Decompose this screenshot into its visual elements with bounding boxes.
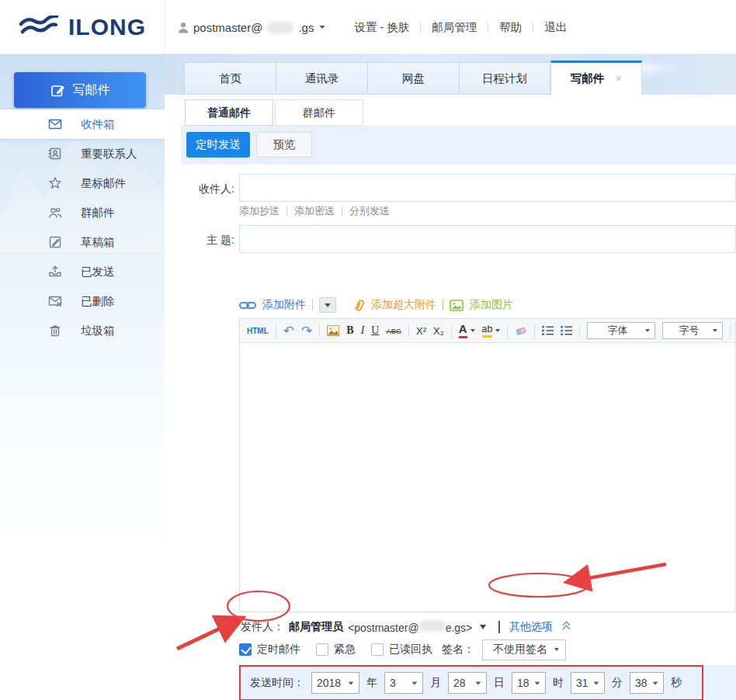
tab-compose-active[interactable]: 写邮件× [550, 61, 642, 95]
bullet-list-button[interactable] [561, 325, 572, 336]
chevron-down-icon [535, 681, 540, 684]
cc-links-row: 添加抄送 添加密送 分别发送 [239, 203, 390, 219]
divider [312, 300, 313, 310]
tab-schedule[interactable]: 日程计划 [459, 62, 550, 95]
close-icon[interactable]: × [615, 71, 622, 85]
read-receipt-checkbox[interactable] [371, 643, 384, 656]
sidebar-item-label: 重要联系人 [81, 147, 137, 161]
signature-label: 签名： [442, 643, 474, 657]
tab-home[interactable]: 首页 [184, 62, 276, 95]
add-large-attachment-link[interactable]: 添加超大附件 [371, 298, 436, 312]
font-size-select[interactable]: 字号 [662, 322, 723, 339]
redo-button[interactable]: ↷ [301, 324, 312, 338]
font-color-button[interactable]: A [459, 323, 475, 338]
day-value: 28 [453, 677, 466, 689]
menu-item-postoffice-admin[interactable]: 邮局管理 [421, 20, 488, 35]
html-source-button[interactable]: HTML [247, 327, 269, 335]
tab-netdisk[interactable]: 网盘 [367, 62, 459, 95]
add-cc-link[interactable]: 添加抄送 [239, 204, 279, 218]
chevron-down-icon [713, 329, 717, 332]
divider [276, 324, 276, 338]
month-unit: 月 [430, 676, 441, 690]
hour-select[interactable]: 18 [512, 672, 546, 694]
sidebar-item-group-mail[interactable]: 群邮件 [0, 198, 165, 227]
tab-label: 网盘 [402, 72, 425, 85]
recipient-input[interactable] [239, 174, 736, 202]
month-value: 3 [390, 677, 396, 689]
tab-contacts[interactable]: 通讯录 [276, 62, 367, 95]
insert-picture-button[interactable] [327, 325, 339, 336]
sidebar-item-starred-mail[interactable]: 星标邮件 [0, 168, 165, 198]
compose-mail-button[interactable]: 写邮件 [14, 72, 146, 108]
menu-item-settings-skin[interactable]: 设置 - 换肤 [343, 20, 420, 35]
add-bcc-link[interactable]: 添加密送 [294, 204, 335, 218]
superscript-button[interactable]: X² [416, 325, 426, 337]
schedule-send-button[interactable]: 定时发送 [186, 132, 250, 158]
contact-card-icon [48, 147, 62, 161]
remove-format-button[interactable] [515, 326, 527, 336]
sidebar-item-deleted[interactable]: 已删除 [0, 286, 165, 316]
underline-button[interactable]: U [371, 324, 379, 337]
year-unit: 年 [366, 676, 377, 690]
chevron-down-icon [476, 681, 481, 684]
send-separately-link[interactable]: 分别发送 [349, 204, 390, 218]
menu-item-logout[interactable]: 退出 [533, 20, 578, 35]
sent-tray-icon [48, 265, 62, 279]
subscript-button[interactable]: X₂ [433, 325, 444, 337]
timed-mail-label: 定时邮件 [257, 643, 300, 657]
add-attachment-link[interactable]: 添加附件 [262, 298, 306, 312]
year-select[interactable]: 2018 [311, 672, 359, 694]
bold-button[interactable]: B [346, 324, 353, 337]
italic-button[interactable]: I [361, 324, 365, 337]
ordered-list-button[interactable] [542, 325, 554, 336]
main-content: 首页 通讯录 网盘 日程计划 写邮件× 普通邮件 群邮件 定时发送 预览 收件人… [165, 54, 736, 700]
font-family-value: 字体 [592, 324, 642, 338]
divider [408, 324, 409, 338]
collapse-chevrons-icon[interactable] [562, 622, 571, 632]
sidebar-item-trash[interactable]: 垃圾箱 [0, 316, 165, 345]
wave-logo-icon [19, 16, 59, 39]
editor-toolbar: HTML ↶ ↷ B I U ABC X² X₂ [239, 318, 736, 343]
menu-item-help[interactable]: 帮助 [488, 20, 533, 35]
user-account-dropdown[interactable]: postmaster@.gs [178, 21, 326, 34]
sidebar-item-drafts[interactable]: 草稿箱 [0, 227, 165, 257]
other-options-link[interactable]: 其他选项 [509, 620, 553, 634]
eraser-icon [515, 326, 527, 336]
strikethrough-button[interactable]: ABC [386, 327, 401, 335]
webmail-app: ILONG postmaster@.gs 设置 - 换肤 邮局管理 帮助 退出 [0, 0, 736, 700]
subtab-normal-mail[interactable]: 普通邮件 [185, 99, 273, 126]
font-family-select[interactable]: 字体 [587, 322, 655, 339]
draft-pen-icon [48, 235, 62, 249]
sidebar-item-sent[interactable]: 已发送 [0, 257, 165, 286]
urgent-checkbox[interactable] [316, 643, 328, 656]
day-select[interactable]: 28 [448, 672, 487, 694]
sidebar-item-important-contacts[interactable]: 重要联系人 [0, 139, 165, 168]
sidebar-item-label: 已删除 [81, 294, 115, 309]
subject-input[interactable] [239, 225, 736, 253]
header-menu: 设置 - 换肤 邮局管理 帮助 退出 [343, 20, 578, 35]
sender-email-suffix: e.gs> [446, 622, 473, 634]
sender-dropdown-caret[interactable] [480, 625, 486, 629]
header-user-area: postmaster@.gs 设置 - 换肤 邮局管理 帮助 退出 [165, 0, 736, 54]
month-select[interactable]: 3 [384, 672, 423, 694]
signature-value: 不使用签名 [489, 643, 551, 657]
compose-panel: 普通邮件 群邮件 定时发送 预览 收件人: 添加抄送 添加密送 分别发送 主 题… [165, 95, 736, 700]
sender-row: 发件人： 邮局管理员 <postmaster@e.gs> 其他选项 [241, 619, 571, 636]
minute-select[interactable]: 31 [571, 672, 605, 694]
timed-mail-checkbox[interactable] [239, 643, 252, 656]
attachment-dropdown-button[interactable] [319, 297, 336, 313]
send-time-label: 发送时间： [250, 676, 304, 690]
highlight-color-button[interactable]: ab [482, 324, 501, 338]
read-receipt-label: 已读回执 [389, 643, 432, 657]
signature-select[interactable]: 不使用签名 [482, 639, 566, 660]
add-image-link[interactable]: 添加图片 [470, 298, 513, 312]
day-unit: 日 [494, 676, 505, 690]
second-select[interactable]: 38 [630, 672, 664, 694]
undo-button[interactable]: ↶ [283, 324, 294, 338]
preview-button[interactable]: 预览 [256, 132, 312, 158]
message-body-editor[interactable] [239, 343, 736, 612]
subtab-group-mail[interactable]: 群邮件 [275, 99, 363, 126]
sidebar-item-inbox[interactable]: 收件箱 [0, 109, 165, 139]
attachment-row: 添加附件 添加超大附件 添加图片 [239, 295, 513, 315]
blurred-email-segment [419, 620, 446, 632]
